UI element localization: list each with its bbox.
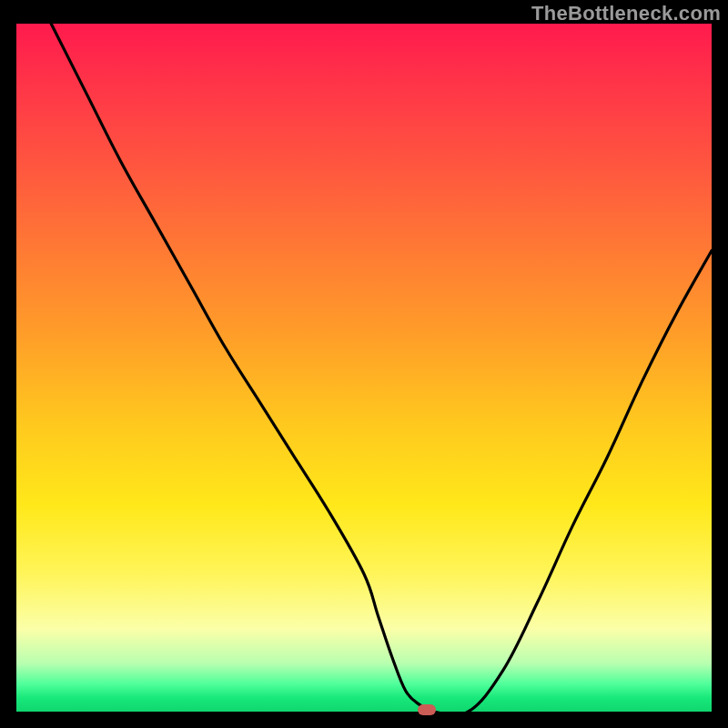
chart-plot-area: [16, 24, 712, 712]
bottleneck-curve: [16, 24, 712, 712]
optimal-marker: [418, 704, 436, 715]
chart-frame: TheBottleneck.com: [0, 0, 728, 728]
curve-path: [51, 24, 712, 712]
watermark-text: TheBottleneck.com: [531, 2, 721, 25]
